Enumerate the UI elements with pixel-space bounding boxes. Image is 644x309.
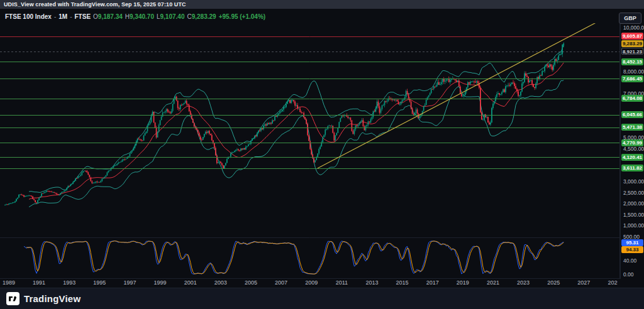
level-price-badge: 9,605.87 [621,33,643,40]
open-label: O [93,13,98,20]
price-axis-tick: 1,000.00 [623,222,644,229]
price-axis-tick: 4,500.00 [623,146,644,152]
price-axis-tick: 8,000.00 [623,68,644,75]
time-axis-tick: 2027 [577,279,590,286]
legend-separator: - [54,13,56,20]
level-price-badge: 5,471.38 [621,124,643,131]
exchange-label: FTSE [75,13,91,20]
time-axis-tick: 2017 [426,279,439,286]
time-axis[interactable]: 1989199119931995199719992001200320052007… [0,279,618,288]
level-price-badge: 6,784.08 [621,95,643,102]
attribution-text: UDIS_View created with TradingView.com, … [4,1,186,8]
stoch-d-badge: 94.33 [621,246,643,253]
time-axis-tick: 1989 [3,279,15,286]
time-axis-tick: 1995 [93,279,106,286]
high-label: H [125,13,130,20]
level-price-badge: 4,770.99 [621,139,643,146]
level-price-badge: 8,452.15 [621,58,643,65]
time-axis-tick: 2005 [245,279,257,286]
time-axis-tick: 1991 [33,279,45,286]
time-axis-tick: 2023 [517,279,530,286]
time-axis-tick: 2007 [275,279,287,286]
time-axis-tick: 2011 [336,279,348,286]
low-value: 9,107.40 [160,13,185,20]
time-axis-tick: 2029 [608,279,618,286]
stoch-k-badge: 95.31 [621,239,643,246]
time-axis-tick: 2021 [487,279,499,286]
price-axis-tick: 2,000.00 [623,200,644,207]
change-value: +95.95 (+1.04%) [219,13,266,20]
symbol-title[interactable]: FTSE 100 Index [5,13,52,20]
level-price-badge: 4,120.41 [621,154,643,161]
price-axis-tick: 10,000.00 [623,24,644,31]
time-axis-tick: 2003 [214,279,227,286]
open-price-badge: 8,921.23 [621,48,643,55]
high-value: 9,340.70 [130,13,154,20]
level-price-badge: 3,611.82 [621,165,643,171]
time-axis-tick: 1999 [154,279,167,286]
last-price-badge: 9,283.29 [621,40,643,47]
indicator-axis-tick: 0.00 [623,271,634,278]
level-price-badge: 6,045.66 [621,111,643,118]
indicator-axis-tick: 40.00 [623,258,636,264]
level-price-badge: 7,686.45 [621,75,643,82]
price-axis-tick: 1,500.00 [623,212,644,218]
time-axis-tick: 2019 [457,279,469,286]
price-chart-canvas[interactable] [0,23,620,279]
close-value: 9,283.29 [192,13,216,20]
time-axis-tick: 2013 [365,279,378,286]
chart-legend: FTSE 100 Index - 1M - FTSE O9,187.34 H9,… [5,13,265,20]
time-axis-tick: 2015 [396,279,409,286]
close-label: C [187,13,191,20]
tradingview-logo-icon[interactable] [6,292,19,305]
time-axis-tick: 1993 [63,279,75,286]
currency-button[interactable]: GBP [619,13,641,24]
brand-wordmark[interactable]: TradingView [24,293,80,304]
legend-separator: - [70,13,72,20]
attribution-bar: UDIS_View created with TradingView.com, … [0,0,644,9]
time-axis-tick: 2009 [305,279,318,286]
time-axis-tick: 1997 [123,279,136,286]
price-axis-tick: 2,500.00 [623,190,644,196]
price-axis-tick: 3,000.00 [623,178,644,185]
footer-bar: TradingView [0,288,644,309]
price-axis[interactable]: 10,000.008,000.007,000.005,000.004,500.0… [620,23,644,279]
time-axis-tick: 2025 [547,279,560,286]
time-axis-tick: 2001 [184,279,197,286]
open-value: 9,187.34 [98,13,123,20]
tradingview-chart-page: UDIS_View created with TradingView.com, … [0,0,644,309]
interval-label[interactable]: 1M [58,13,67,20]
